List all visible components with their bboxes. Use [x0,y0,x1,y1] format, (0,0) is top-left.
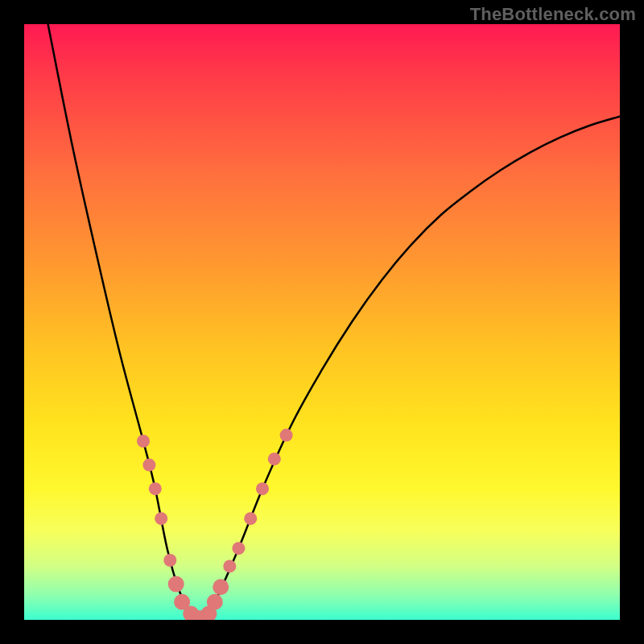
watermark-label: TheBottleneck.com [470,4,636,25]
curve-line [48,24,620,620]
marker-dot [149,482,162,495]
marker-dot [268,452,281,465]
marker-dot [137,435,150,448]
marker-dot [163,554,176,567]
marker-dot [207,594,223,610]
marker-group [137,429,293,620]
marker-dot [213,579,229,595]
chart-svg [24,24,620,620]
marker-dot [244,512,257,525]
marker-dot [232,542,245,555]
marker-dot [256,482,269,495]
chart-container: TheBottleneck.com [0,0,644,644]
marker-dot [223,559,236,572]
plot-area [24,24,620,620]
marker-dot [142,459,155,472]
marker-dot [168,576,184,592]
marker-dot [155,512,167,525]
marker-dot [280,429,293,442]
